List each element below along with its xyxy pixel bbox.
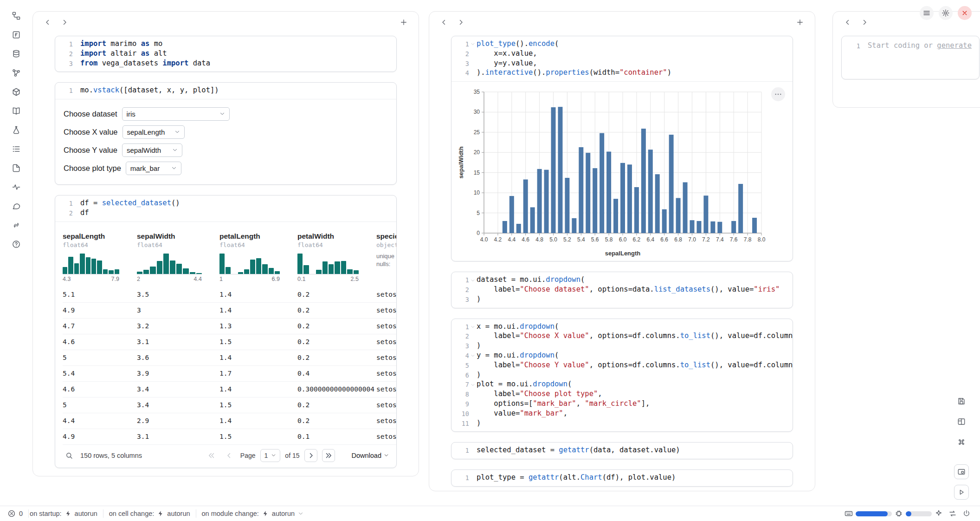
- code-editor[interactable]: 1import marimo as mo2import altair as al…: [55, 36, 396, 72]
- sidebar-panel-help-button[interactable]: [7, 237, 25, 252]
- svg-text:6.0: 6.0: [619, 236, 627, 243]
- session-power-button[interactable]: [960, 509, 974, 518]
- column-header-sepalLength[interactable]: sepalLengthfloat644.37.9: [63, 232, 137, 282]
- svg-text:6.2: 6.2: [633, 236, 641, 243]
- chevron-down-icon: [174, 129, 180, 135]
- column-1-header: [33, 12, 419, 33]
- sidebar-panel-packages-button[interactable]: [7, 85, 25, 99]
- add-cell-button[interactable]: [793, 16, 806, 29]
- column-move-right-button[interactable]: [58, 16, 71, 29]
- command-palette-button[interactable]: [954, 435, 969, 449]
- sidebar-panel-snippets-button[interactable]: [7, 123, 25, 137]
- runtime-setting-2[interactable]: on cell change:autorun: [103, 506, 196, 521]
- tool-sidebar: [0, 0, 32, 506]
- next-page-button[interactable]: [304, 449, 317, 462]
- line-number: 3: [455, 341, 469, 351]
- code-editor[interactable]: 1 Start coding or generate with AI: [842, 36, 979, 79]
- sidebar-panel-scratchpad-button[interactable]: [7, 161, 25, 176]
- fold-chevron-icon[interactable]: [469, 39, 477, 49]
- prev-page-button[interactable]: [223, 449, 236, 462]
- table-cell: 4.7: [63, 319, 137, 334]
- code-line: 2 label="Choose dataset", options=data.l…: [455, 285, 786, 295]
- chevron-left-icon: [225, 451, 233, 460]
- table-cell: setosa: [376, 413, 396, 429]
- download-button[interactable]: Download: [352, 452, 389, 459]
- page-select[interactable]: 1: [260, 449, 281, 462]
- sidebar-panel-extensions-button[interactable]: [7, 218, 25, 233]
- ai-assistant-button[interactable]: [932, 509, 946, 518]
- generate-with-ai-link[interactable]: generate: [937, 41, 972, 50]
- cell-plot: 1plot_type().encode(2 x=x.value,3 y=y.va…: [451, 36, 793, 261]
- table-row: 4.73.21.30.2setosa: [63, 319, 396, 334]
- chevron-down-icon: [298, 511, 303, 516]
- settings-button[interactable]: [939, 6, 953, 20]
- errors-indicator[interactable]: 0: [6, 506, 28, 521]
- runtime-setting-3[interactable]: on module change:autorun: [196, 506, 309, 521]
- table-cell: 3.2: [137, 319, 219, 334]
- chart-actions-button[interactable]: [771, 87, 785, 101]
- sidebar-panel-variables-button[interactable]: [7, 65, 25, 80]
- chevrons-left-icon: [207, 451, 216, 460]
- code-line: 5 label="Choose Y value", options=df.col…: [455, 361, 786, 371]
- sidebar-panel-explorer-button[interactable]: [7, 8, 25, 23]
- code-line: 4).interactive().properties(width="conta…: [455, 68, 786, 78]
- column-move-right-button[interactable]: [454, 16, 467, 29]
- code-editor[interactable]: 1selected_dataset = getattr(data, datase…: [451, 443, 793, 459]
- first-page-button[interactable]: [205, 449, 218, 462]
- select-value: iris: [127, 110, 135, 118]
- line-number: 2: [455, 285, 469, 295]
- sidebar-panel-files-button[interactable]: [7, 27, 25, 42]
- chevron-down-icon: [384, 453, 389, 458]
- column-header-species[interactable]: speciesobjectuniquenulls:: [376, 232, 396, 282]
- code-editor[interactable]: 1plot_type = getattr(alt.Chart(df), plot…: [451, 470, 793, 486]
- fold-chevron-icon[interactable]: [469, 351, 477, 361]
- column-move-left-button[interactable]: [841, 16, 854, 29]
- fold-chevron-icon[interactable]: [469, 322, 477, 332]
- column-header-petalLength[interactable]: petalLengthfloat6416.9: [219, 232, 297, 282]
- sidebar-panel-datasources-button[interactable]: [7, 46, 25, 61]
- code-line: 7plot = mo.ui.dropdown(: [455, 380, 786, 390]
- table-row: 4.42.91.40.2setosa: [63, 413, 396, 429]
- keyboard-shortcuts-button[interactable]: [842, 509, 856, 518]
- column-max: 2.5: [351, 276, 359, 282]
- code-editor[interactable]: 1x = mo.ui.dropdown(2 label="Choose X va…: [451, 319, 793, 432]
- sidebar-panel-chat-button[interactable]: [7, 199, 25, 214]
- minimap-button[interactable]: [954, 464, 969, 479]
- run-all-button[interactable]: [954, 485, 969, 500]
- layout-toggle-button[interactable]: [954, 414, 969, 429]
- table-cell: 1.4: [219, 413, 297, 429]
- runtime-setting-1[interactable]: on startup:autorun: [29, 506, 103, 521]
- column-move-right-button[interactable]: [858, 16, 871, 29]
- shutdown-button[interactable]: [958, 6, 972, 20]
- sidebar-panel-tracing-button[interactable]: [7, 180, 25, 195]
- fold-chevron-icon[interactable]: [469, 275, 477, 285]
- table-cell: 0.2: [297, 397, 376, 413]
- save-button[interactable]: [954, 394, 969, 409]
- code-line: 1x = mo.ui.dropdown(: [455, 322, 786, 332]
- fold-chevron-icon[interactable]: [469, 380, 477, 390]
- column-move-left-button[interactable]: [438, 16, 451, 29]
- table-search-button[interactable]: [63, 449, 76, 462]
- code-editor[interactable]: 1df = selected_dataset()2df: [55, 195, 396, 221]
- code-editor[interactable]: 1dataset = mo.ui.dropdown(2 label="Choos…: [451, 272, 793, 307]
- dataframe-output: sepalLengthfloat644.37.9sepalWidthfloat6…: [55, 221, 396, 468]
- dropdown-row: Choose X valuesepalLength: [64, 125, 388, 139]
- swap-kernel-button[interactable]: [946, 509, 960, 518]
- choose-x-value-select[interactable]: sepalLength: [122, 125, 185, 139]
- line-number: 7: [455, 380, 469, 390]
- add-cell-button[interactable]: [397, 16, 410, 29]
- choose-plot-type-select[interactable]: mark_bar: [126, 162, 181, 175]
- bar-chart: 4.04.24.44.64.85.05.25.45.65.86.06.26.46…: [457, 85, 769, 258]
- sidebar-panel-logs-button[interactable]: [7, 142, 25, 156]
- column-header-sepalWidth[interactable]: sepalWidthfloat6424.4: [137, 232, 219, 282]
- table-row: 53.61.40.2setosa: [63, 350, 396, 366]
- code-editor[interactable]: 1mo.vstack([dataset, x, y, plot]): [55, 83, 396, 99]
- choose-dataset-select[interactable]: iris: [122, 107, 230, 121]
- column-move-left-button[interactable]: [41, 16, 54, 29]
- last-page-button[interactable]: [322, 449, 335, 462]
- column-header-petalWidth[interactable]: petalWidthfloat640.12.5: [297, 232, 376, 282]
- menu-button[interactable]: [920, 6, 934, 20]
- code-editor[interactable]: 1plot_type().encode(2 x=x.value,3 y=y.va…: [451, 36, 793, 81]
- choose-y-value-select[interactable]: sepalWidth: [122, 143, 182, 157]
- sidebar-panel-documentation-button[interactable]: [7, 104, 25, 118]
